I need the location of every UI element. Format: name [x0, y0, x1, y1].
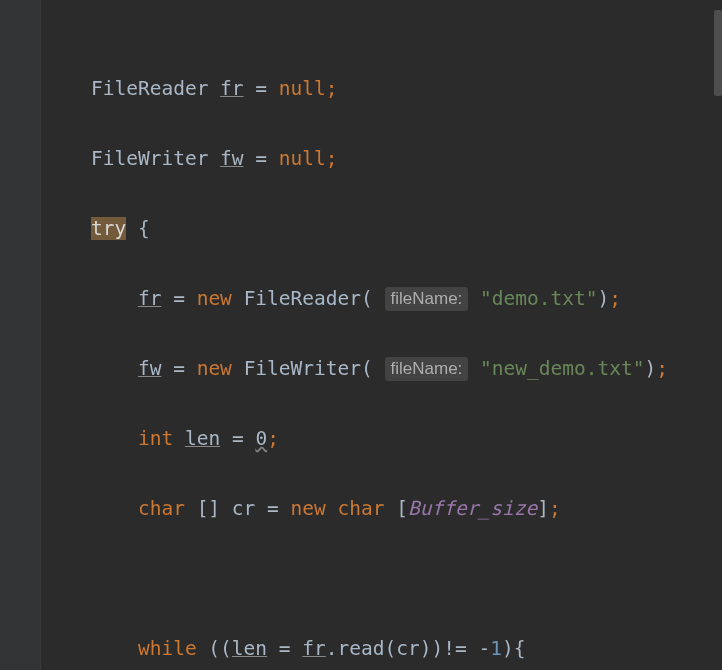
semicolon: ; — [609, 287, 621, 310]
code-line: try { — [44, 211, 722, 246]
brace: { — [126, 217, 149, 240]
code-editor[interactable]: FileReader fr = null; FileWriter fw = nu… — [0, 0, 722, 670]
code-line: char [] cr = new char [Buffer_size]; — [44, 491, 722, 526]
paren: ) — [597, 287, 609, 310]
keyword-new: new — [197, 287, 232, 310]
semicolon: ; — [549, 497, 561, 520]
space — [232, 357, 244, 380]
code-line-blank — [44, 561, 722, 596]
brace: ){ — [502, 637, 525, 660]
keyword-new: new — [291, 497, 326, 520]
keyword-int: int — [138, 427, 173, 450]
space — [326, 497, 338, 520]
code-line: while ((len = fr.read(cr))!= -1){ — [44, 631, 722, 666]
semicolon: ; — [656, 357, 668, 380]
constructor: FileWriter — [244, 357, 361, 380]
semicolon: ; — [326, 147, 338, 170]
constructor: FileReader — [244, 287, 361, 310]
text: = — [161, 287, 196, 310]
keyword-char: char — [138, 497, 185, 520]
variable: fw — [220, 147, 243, 170]
semicolon: ; — [326, 77, 338, 100]
keyword-while: while — [138, 637, 197, 660]
code-line: fr = new FileReader( fileName: "demo.txt… — [44, 281, 722, 316]
call: .read(cr))!= - — [326, 637, 490, 660]
variable: fr — [220, 77, 243, 100]
keyword-try: try — [91, 217, 126, 240]
semicolon: ; — [267, 427, 279, 450]
keyword-char: char — [338, 497, 385, 520]
variable: len — [185, 427, 220, 450]
code-line: FileWriter fw = null; — [44, 141, 722, 176]
paren: ( — [361, 357, 384, 380]
code-line: int len = 0; — [44, 421, 722, 456]
paren: ) — [644, 357, 656, 380]
text: = — [244, 147, 279, 170]
keyword-null: null — [279, 77, 326, 100]
inlay-hint: fileName: — [385, 357, 469, 381]
variable: fr — [302, 637, 325, 660]
inlay-hint: fileName: — [385, 287, 469, 311]
variable: fw — [138, 357, 161, 380]
bracket: ] — [537, 497, 549, 520]
text: = — [267, 637, 302, 660]
number-literal: 0 — [255, 427, 267, 450]
paren: ( — [361, 287, 384, 310]
variable: fr — [138, 287, 161, 310]
code-block: FileReader fr = null; FileWriter fw = nu… — [0, 36, 722, 670]
paren: (( — [197, 637, 232, 660]
type-name: FileWriter — [91, 147, 220, 170]
number-literal: 1 — [490, 637, 502, 660]
code-line: FileReader fr = null; — [44, 71, 722, 106]
bracket: [ — [385, 497, 408, 520]
space — [468, 287, 480, 310]
keyword-new: new — [197, 357, 232, 380]
space — [232, 287, 244, 310]
variable: len — [232, 637, 267, 660]
space — [173, 427, 185, 450]
string-literal: "demo.txt" — [480, 287, 597, 310]
text: = — [161, 357, 196, 380]
static-field: Buffer_size — [408, 497, 537, 520]
string-literal: "new_demo.txt" — [480, 357, 644, 380]
code-line: fw = new FileWriter( fileName: "new_demo… — [44, 351, 722, 386]
text: = — [244, 77, 279, 100]
text: [] cr = — [185, 497, 291, 520]
type-name: FileReader — [91, 77, 220, 100]
text: = — [220, 427, 255, 450]
space — [468, 357, 480, 380]
keyword-null: null — [279, 147, 326, 170]
